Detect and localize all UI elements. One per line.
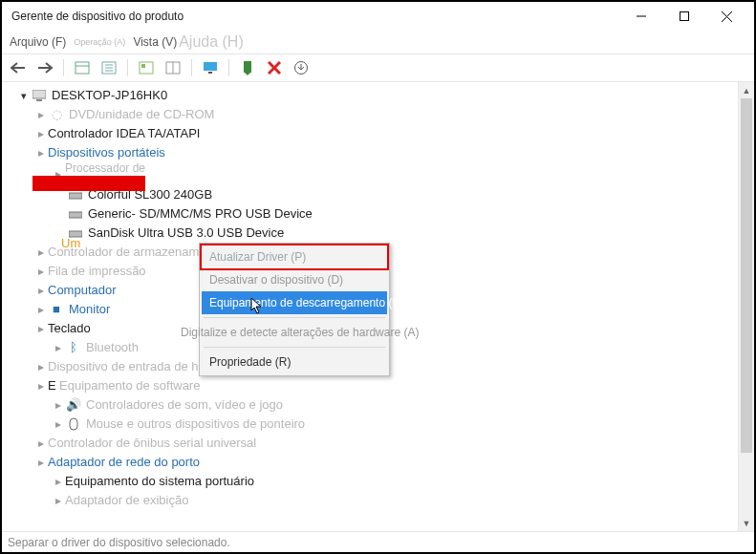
tree-label-ghost: Equipamento de software (59, 376, 200, 395)
sel-ghost: Um (61, 234, 80, 253)
svg-rect-22 (69, 193, 82, 199)
scroll-up-button[interactable]: ▲ (739, 82, 754, 98)
chevron-right-icon[interactable] (52, 472, 65, 491)
chevron-right-icon[interactable] (34, 243, 48, 262)
tree-label: Computador (48, 281, 117, 300)
tree-item-display[interactable]: Adaptador de exibição (8, 491, 738, 510)
toolbar-icon-1[interactable] (72, 57, 93, 78)
chevron-right-icon[interactable] (52, 491, 65, 510)
bluetooth-icon: ᛒ (65, 340, 82, 355)
tree-label: DESKTOP-JP16HK0 (52, 86, 167, 105)
context-menu: Atualizar Driver (P) Desativar o disposi… (199, 243, 390, 376)
monitor-icon: ■ (48, 302, 65, 317)
toolbar-separator (127, 59, 128, 76)
scroll-down-button[interactable]: ▼ (739, 515, 754, 531)
ctx-uninstall-device[interactable]: Equipamento de descarregamento (U) (202, 291, 387, 314)
device-tree[interactable]: DESKTOP-JP16HK0 ◌ DVD/unidade de CD-ROM … (2, 82, 738, 531)
toolbar-separator (63, 59, 64, 76)
tree-label: Mouse e outros dispositivos de ponteiro (86, 415, 305, 434)
disable-device-icon[interactable] (264, 57, 285, 78)
chevron-right-icon[interactable] (34, 105, 48, 124)
chevron-right-icon[interactable] (34, 434, 48, 453)
menu-file[interactable]: Arquivo (F) (10, 35, 66, 49)
chevron-right-icon[interactable] (34, 262, 48, 281)
tree-item-ide[interactable]: Controlador IDEA TA/ATAPI (8, 124, 738, 143)
tree-label: Controlador de ônibus serial universal (48, 434, 256, 453)
tree-label: Adaptador de rede do porto (48, 453, 200, 472)
minimize-button[interactable] (619, 3, 662, 30)
ctx-properties[interactable]: Propriedade (R) (202, 351, 387, 373)
chevron-right-icon[interactable] (34, 376, 48, 395)
toolbar-icon-2[interactable] (98, 57, 119, 78)
ctx-label: Propriedade (R) (209, 355, 291, 369)
chevron-right-icon[interactable] (34, 319, 48, 338)
chevron-right-icon[interactable] (52, 395, 65, 415)
tree-root[interactable]: DESKTOP-JP16HK0 (8, 86, 738, 105)
tree-item-netadapter[interactable]: Adaptador de rede do porto (8, 453, 738, 472)
svg-rect-11 (141, 64, 145, 68)
svg-rect-25 (70, 418, 77, 430)
device-manager-window: Gerente de dispositivo do produto Arquiv… (0, 0, 756, 554)
computer-icon (31, 88, 48, 103)
tree-item-dvd[interactable]: ◌ DVD/unidade de CD-ROM (8, 105, 738, 124)
close-button[interactable] (705, 3, 748, 30)
tree-label: Teclado (48, 319, 91, 338)
status-text: Separar o driver do dispositivo selecion… (8, 536, 230, 549)
monitor-icon[interactable] (200, 57, 221, 78)
statusbar: Separar o driver do dispositivo selecion… (2, 531, 754, 552)
tree-item-e[interactable]: E Equipamento de software (8, 376, 738, 395)
scroll-thumb[interactable] (741, 98, 752, 453)
toolbar-icon-3[interactable] (136, 57, 157, 78)
ctx-update-driver[interactable]: Atualizar Driver (P) (202, 245, 387, 268)
toolbar-separator (191, 59, 192, 76)
menu-view[interactable]: Vista (V) (133, 35, 177, 49)
menu-operation-ghost: Operação (A) (74, 37, 125, 47)
window-controls (619, 3, 748, 30)
tree-label: DVD/unidade de CD-ROM (69, 105, 214, 124)
tree-label: Bluetooth (86, 338, 139, 357)
content-area: DESKTOP-JP16HK0 ◌ DVD/unidade de CD-ROM … (2, 82, 754, 531)
svg-rect-4 (76, 62, 89, 74)
tree-label: SanDisk Ultra USB 3.0 USB Device (88, 224, 284, 243)
chevron-down-icon[interactable] (17, 86, 31, 105)
tree-item-disk-2[interactable]: Um SanDisk Ultra USB 3.0 USB Device (8, 224, 738, 243)
tree-item-usb[interactable]: Controlador de ônibus serial universal (8, 434, 738, 453)
enable-device-icon[interactable] (237, 57, 258, 78)
chevron-right-icon[interactable] (34, 143, 48, 162)
scroll-track[interactable] (739, 98, 754, 515)
tree-label: Equipamento do sistema portuário (65, 472, 254, 491)
ctx-scan-hardware[interactable]: Digitalize e detecte alterações de hardw… (173, 321, 387, 344)
menubar: Arquivo (F) Operação (A) Vista (V) Ajuda… (2, 31, 754, 53)
tree-item-portequip[interactable]: Equipamento do sistema portuário (8, 472, 738, 491)
update-driver-icon[interactable] (291, 57, 312, 78)
ctx-label: Digitalize e detecte alterações de hardw… (181, 326, 419, 339)
tree-item-sound[interactable]: 🔊 Controladores de som, vídeo e jogo (8, 395, 738, 415)
disc-icon: ◌ (48, 107, 65, 122)
chevron-right-icon[interactable] (34, 300, 48, 319)
tree-item-portable[interactable]: Dispositivos portáteis (8, 143, 738, 162)
chevron-right-icon[interactable] (52, 338, 65, 357)
chevron-right-icon[interactable] (34, 453, 48, 472)
chevron-right-icon[interactable] (34, 357, 48, 376)
toolbar-icon-4[interactable] (162, 57, 184, 78)
ctx-separator (204, 317, 385, 318)
svg-rect-23 (69, 212, 82, 218)
vertical-scrollbar[interactable]: ▲ ▼ (738, 82, 754, 531)
forward-button[interactable] (34, 57, 55, 78)
tree-item-disk-1[interactable]: Generic- SD/MMC/MS PRO USB Device (8, 204, 738, 224)
svg-rect-21 (36, 99, 42, 101)
tree-label: Monitor (69, 300, 110, 319)
back-button[interactable] (8, 57, 29, 78)
window-title: Gerente de dispositivo do produto (8, 10, 619, 23)
tree-item-mouse[interactable]: Mouse e outros dispositivos de ponteiro (8, 415, 738, 434)
chevron-right-icon[interactable] (52, 415, 65, 434)
tree-label: Adaptador de exibição (65, 491, 188, 510)
chevron-right-icon[interactable] (34, 124, 48, 143)
maximize-button[interactable] (662, 3, 705, 30)
tree-label: Generic- SD/MMC/MS PRO USB Device (88, 204, 313, 224)
tree-label: Controladores de som, vídeo e jogo (86, 395, 283, 415)
ctx-disable-device[interactable]: Desativar o dispositivo (D) (202, 268, 387, 291)
mouse-icon (65, 416, 82, 432)
tree-label: Dispositivos portáteis (48, 143, 165, 162)
chevron-right-icon[interactable] (34, 281, 48, 300)
